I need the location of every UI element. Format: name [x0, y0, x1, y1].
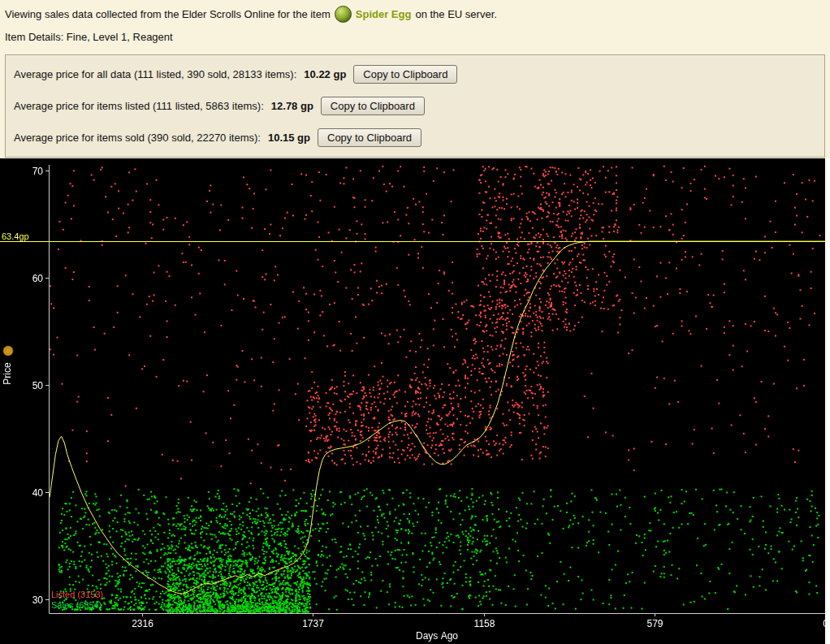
avg-listed-label: Average price for items listed (111 list… — [14, 100, 264, 112]
price-chart — [0, 158, 825, 644]
avg-all-label: Average price for all data (111 listed, … — [14, 68, 296, 80]
price-history-canvas[interactable] — [0, 158, 825, 644]
viewing-summary-line: Viewing sales data collected from the El… — [5, 4, 825, 26]
copy-sold-button[interactable]: Copy to Clipboard — [318, 128, 421, 147]
avg-sold-label: Average price for items sold (390 sold, … — [14, 132, 261, 144]
viewing-summary-prefix: Viewing sales data collected from the El… — [5, 8, 331, 20]
item-details-line: Item Details: Fine, Level 1, Reagent — [5, 26, 825, 45]
copy-listed-button[interactable]: Copy to Clipboard — [321, 97, 425, 115]
header-section: Viewing sales data collected from the El… — [0, 0, 830, 158]
copy-all-button[interactable]: Copy to Clipboard — [353, 65, 457, 84]
avg-row-all-data: Average price for all data (111 listed, … — [14, 58, 816, 90]
avg-row-listed: Average price for items listed (111 list… — [14, 90, 816, 122]
item-name: Spider Egg — [356, 8, 412, 20]
avg-sold-value: 10.15 gp — [268, 132, 310, 144]
avg-listed-value: 12.78 gp — [271, 100, 313, 112]
spider-egg-icon — [335, 6, 352, 23]
averages-panel: Average price for all data (111 listed, … — [5, 54, 825, 158]
avg-all-value: 10.22 gp — [304, 68, 346, 80]
avg-row-sold: Average price for items sold (390 sold, … — [14, 122, 816, 153]
viewing-summary-suffix: on the EU server. — [415, 8, 496, 20]
